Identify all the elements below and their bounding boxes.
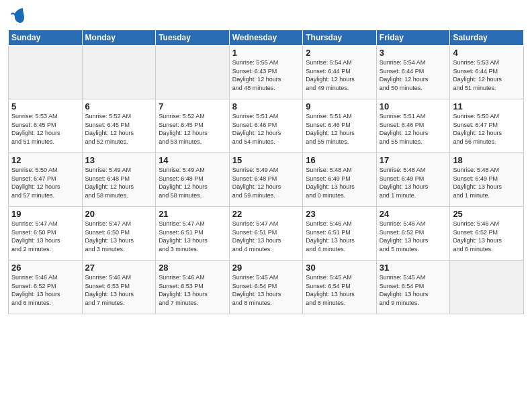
day-cell: 10Sunrise: 5:51 AM Sunset: 6:46 PM Dayli… — [376, 99, 450, 153]
week-row-3: 12Sunrise: 5:50 AM Sunset: 6:47 PM Dayli… — [9, 153, 524, 207]
header-row: SundayMondayTuesdayWednesdayThursdayFrid… — [9, 30, 524, 46]
day-cell: 31Sunrise: 5:45 AM Sunset: 6:54 PM Dayli… — [376, 261, 450, 314]
day-info: Sunrise: 5:50 AM Sunset: 6:47 PM Dayligh… — [453, 112, 521, 146]
day-number: 18 — [453, 155, 521, 165]
day-cell: 1Sunrise: 5:55 AM Sunset: 6:43 PM Daylig… — [229, 46, 303, 99]
day-number: 10 — [380, 101, 447, 111]
day-number: 23 — [306, 209, 373, 219]
day-number: 22 — [232, 209, 300, 219]
day-info: Sunrise: 5:54 AM Sunset: 6:44 PM Dayligh… — [306, 58, 373, 92]
day-info: Sunrise: 5:51 AM Sunset: 6:46 PM Dayligh… — [306, 112, 373, 146]
day-cell: 4Sunrise: 5:53 AM Sunset: 6:44 PM Daylig… — [450, 46, 524, 99]
week-row-5: 26Sunrise: 5:46 AM Sunset: 6:52 PM Dayli… — [9, 261, 524, 314]
day-cell: 29Sunrise: 5:45 AM Sunset: 6:54 PM Dayli… — [229, 261, 303, 314]
day-info: Sunrise: 5:46 AM Sunset: 6:52 PM Dayligh… — [11, 273, 79, 307]
day-number: 26 — [11, 263, 79, 273]
day-info: Sunrise: 5:49 AM Sunset: 6:48 PM Dayligh… — [159, 166, 226, 199]
day-info: Sunrise: 5:54 AM Sunset: 6:44 PM Dayligh… — [380, 58, 447, 92]
header — [8, 7, 524, 26]
day-number: 31 — [380, 263, 447, 273]
day-info: Sunrise: 5:48 AM Sunset: 6:49 PM Dayligh… — [453, 166, 521, 199]
day-cell: 25Sunrise: 5:46 AM Sunset: 6:52 PM Dayli… — [450, 207, 524, 261]
day-info: Sunrise: 5:46 AM Sunset: 6:52 PM Dayligh… — [453, 220, 521, 253]
day-number: 8 — [232, 101, 300, 111]
day-cell: 21Sunrise: 5:47 AM Sunset: 6:51 PM Dayli… — [156, 207, 230, 261]
day-number: 9 — [306, 101, 373, 111]
day-info: Sunrise: 5:45 AM Sunset: 6:54 PM Dayligh… — [380, 273, 447, 307]
day-cell: 16Sunrise: 5:48 AM Sunset: 6:49 PM Dayli… — [303, 153, 377, 207]
day-info: Sunrise: 5:52 AM Sunset: 6:45 PM Dayligh… — [85, 112, 153, 146]
day-info: Sunrise: 5:46 AM Sunset: 6:53 PM Dayligh… — [159, 273, 226, 307]
week-row-2: 5Sunrise: 5:53 AM Sunset: 6:45 PM Daylig… — [9, 99, 524, 153]
day-info: Sunrise: 5:45 AM Sunset: 6:54 PM Dayligh… — [306, 273, 373, 307]
day-cell — [9, 46, 83, 99]
day-cell — [82, 46, 156, 99]
day-cell — [156, 46, 230, 99]
day-number: 20 — [85, 209, 153, 219]
calendar-table: SundayMondayTuesdayWednesdayThursdayFrid… — [8, 30, 524, 314]
day-info: Sunrise: 5:45 AM Sunset: 6:54 PM Dayligh… — [232, 273, 300, 307]
day-cell: 20Sunrise: 5:47 AM Sunset: 6:50 PM Dayli… — [82, 207, 156, 261]
day-info: Sunrise: 5:48 AM Sunset: 6:49 PM Dayligh… — [380, 166, 447, 199]
day-cell: 28Sunrise: 5:46 AM Sunset: 6:53 PM Dayli… — [156, 261, 230, 314]
col-header-sunday: Sunday — [9, 30, 83, 46]
day-cell: 15Sunrise: 5:49 AM Sunset: 6:48 PM Dayli… — [229, 153, 303, 207]
day-cell — [450, 261, 524, 314]
col-header-saturday: Saturday — [450, 30, 524, 46]
day-number: 4 — [453, 48, 521, 58]
day-cell: 13Sunrise: 5:49 AM Sunset: 6:48 PM Dayli… — [82, 153, 156, 207]
day-cell: 30Sunrise: 5:45 AM Sunset: 6:54 PM Dayli… — [303, 261, 377, 314]
day-info: Sunrise: 5:55 AM Sunset: 6:43 PM Dayligh… — [232, 58, 300, 92]
day-number: 30 — [306, 263, 373, 273]
day-info: Sunrise: 5:46 AM Sunset: 6:53 PM Dayligh… — [85, 273, 153, 307]
day-cell: 19Sunrise: 5:47 AM Sunset: 6:50 PM Dayli… — [9, 207, 83, 261]
day-info: Sunrise: 5:47 AM Sunset: 6:50 PM Dayligh… — [85, 220, 153, 253]
day-info: Sunrise: 5:49 AM Sunset: 6:48 PM Dayligh… — [85, 166, 153, 199]
day-number: 19 — [11, 209, 79, 219]
day-number: 3 — [380, 48, 447, 58]
day-number: 27 — [85, 263, 153, 273]
day-cell: 11Sunrise: 5:50 AM Sunset: 6:47 PM Dayli… — [450, 99, 524, 153]
col-header-thursday: Thursday — [303, 30, 377, 46]
col-header-monday: Monday — [82, 30, 156, 46]
day-number: 1 — [232, 48, 300, 58]
day-info: Sunrise: 5:53 AM Sunset: 6:44 PM Dayligh… — [453, 58, 521, 92]
day-info: Sunrise: 5:47 AM Sunset: 6:51 PM Dayligh… — [232, 220, 300, 253]
day-cell: 7Sunrise: 5:52 AM Sunset: 6:45 PM Daylig… — [156, 99, 230, 153]
day-cell: 27Sunrise: 5:46 AM Sunset: 6:53 PM Dayli… — [82, 261, 156, 314]
day-cell: 6Sunrise: 5:52 AM Sunset: 6:45 PM Daylig… — [82, 99, 156, 153]
week-row-1: 1Sunrise: 5:55 AM Sunset: 6:43 PM Daylig… — [9, 46, 524, 99]
day-cell: 26Sunrise: 5:46 AM Sunset: 6:52 PM Dayli… — [9, 261, 83, 314]
day-cell: 18Sunrise: 5:48 AM Sunset: 6:49 PM Dayli… — [450, 153, 524, 207]
day-number: 6 — [85, 101, 153, 111]
day-number: 16 — [306, 155, 373, 165]
logo-bird-icon — [9, 7, 26, 26]
day-info: Sunrise: 5:46 AM Sunset: 6:51 PM Dayligh… — [306, 220, 373, 253]
day-number: 17 — [380, 155, 447, 165]
day-number: 13 — [85, 155, 153, 165]
day-info: Sunrise: 5:48 AM Sunset: 6:49 PM Dayligh… — [306, 166, 373, 199]
day-number: 14 — [159, 155, 226, 165]
col-header-tuesday: Tuesday — [156, 30, 230, 46]
day-cell: 9Sunrise: 5:51 AM Sunset: 6:46 PM Daylig… — [303, 99, 377, 153]
day-number: 12 — [11, 155, 79, 165]
day-number: 15 — [232, 155, 300, 165]
day-number: 28 — [159, 263, 226, 273]
day-info: Sunrise: 5:53 AM Sunset: 6:45 PM Dayligh… — [11, 112, 79, 146]
day-number: 11 — [453, 101, 521, 111]
day-number: 25 — [453, 209, 521, 219]
day-cell: 14Sunrise: 5:49 AM Sunset: 6:48 PM Dayli… — [156, 153, 230, 207]
day-info: Sunrise: 5:46 AM Sunset: 6:52 PM Dayligh… — [380, 220, 447, 253]
week-row-4: 19Sunrise: 5:47 AM Sunset: 6:50 PM Dayli… — [9, 207, 524, 261]
day-info: Sunrise: 5:51 AM Sunset: 6:46 PM Dayligh… — [232, 112, 300, 146]
day-cell: 22Sunrise: 5:47 AM Sunset: 6:51 PM Dayli… — [229, 207, 303, 261]
logo — [8, 7, 26, 26]
day-info: Sunrise: 5:52 AM Sunset: 6:45 PM Dayligh… — [159, 112, 226, 146]
day-number: 29 — [232, 263, 300, 273]
col-header-friday: Friday — [376, 30, 450, 46]
day-cell: 5Sunrise: 5:53 AM Sunset: 6:45 PM Daylig… — [9, 99, 83, 153]
day-info: Sunrise: 5:51 AM Sunset: 6:46 PM Dayligh… — [380, 112, 447, 146]
day-info: Sunrise: 5:50 AM Sunset: 6:47 PM Dayligh… — [11, 166, 79, 199]
day-number: 21 — [159, 209, 226, 219]
day-cell: 12Sunrise: 5:50 AM Sunset: 6:47 PM Dayli… — [9, 153, 83, 207]
